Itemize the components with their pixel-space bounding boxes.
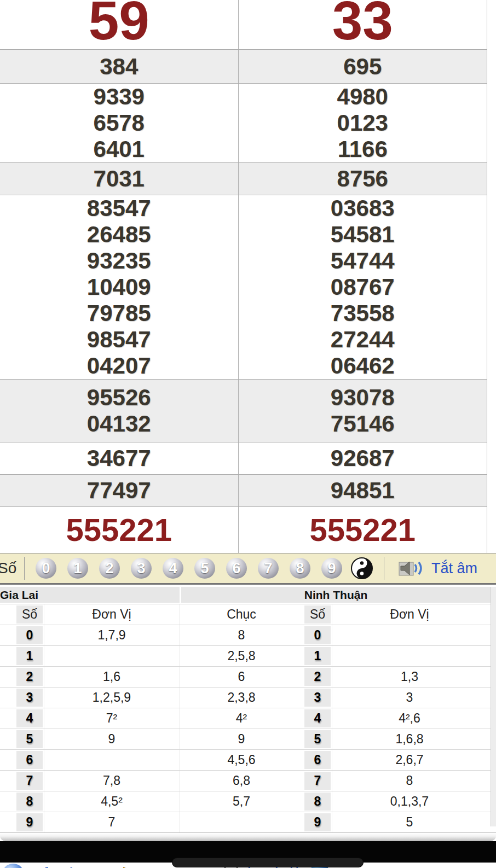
- digit-cell: 1: [16, 647, 43, 665]
- digit-ball-3[interactable]: 3: [131, 558, 152, 579]
- right-column-cell: 695: [238, 50, 487, 83]
- digit-cell: 5: [304, 730, 331, 748]
- right-column-cell: 93078 75146: [238, 380, 487, 442]
- mute-label: Tắt âm: [431, 560, 477, 577]
- prize-number: 92687: [331, 445, 395, 471]
- digit-ball-9[interactable]: 9: [321, 558, 342, 579]
- prize-number: 0123: [337, 110, 388, 136]
- stats-row: 6 4,5,6 6 2,6,7: [0, 749, 496, 770]
- prize-number: 79785: [87, 300, 151, 327]
- link-doi-so-trung[interactable]: Đổi số trúng: [2, 864, 112, 868]
- gl-donvi-cell: 7,8: [44, 771, 179, 791]
- prize-number: 93235: [87, 248, 151, 274]
- right-column-cell: 33: [238, 0, 487, 49]
- home-indicator[interactable]: [172, 858, 363, 867]
- stats-row: 0 1,7,9 8 0: [0, 625, 496, 645]
- mute-sound-button[interactable]: Tắt âm: [399, 559, 477, 578]
- digit-cell: 7: [16, 772, 43, 790]
- col-header-so: Số: [304, 605, 331, 624]
- province-gia-lai: Gia Lai: [0, 587, 180, 603]
- nt-chuc-cell: 4,5,6: [179, 750, 303, 770]
- prize-number: 77497: [87, 477, 151, 504]
- nt-donvi-cell: 8: [332, 771, 487, 791]
- right-column-cell: 94851: [238, 475, 487, 506]
- prize-number: 9339: [94, 84, 145, 110]
- prize-row: 83547 26485 93235 10409 79785 98547 0420…: [0, 195, 487, 379]
- gl-donvi-cell: 1,2,5,9: [44, 688, 179, 708]
- stats-row: 3 1,2,5,9 2,3,8 3 3: [0, 687, 496, 708]
- cut-column: [0, 604, 15, 625]
- right-column-cell: 92687: [238, 442, 487, 474]
- gl-donvi-cell: 7²: [44, 708, 179, 729]
- left-column-cell: 34677: [0, 442, 238, 474]
- globe-sphere-icon: [2, 864, 24, 868]
- scrollbar-track[interactable]: [491, 587, 496, 826]
- prize-row: 7031 8756: [0, 162, 487, 195]
- stats-row: 9 7 9 5: [0, 812, 496, 832]
- left-column-cell: 95526 04132: [0, 380, 238, 442]
- col-header-donvi: Đơn Vị: [332, 604, 487, 625]
- digit-cell: 6: [304, 751, 331, 769]
- content-bottom-edge: [0, 832, 496, 841]
- left-column-cell: 555221: [0, 507, 238, 553]
- left-column-cell: 59: [0, 0, 238, 49]
- digit-ball-7[interactable]: 7: [258, 558, 279, 579]
- digit-ball-row: 0 1 2 3 4 5 6 7 8 9: [36, 558, 342, 579]
- results-board: 59 33 384 695 9339 6578 6401 4980 0123 1…: [0, 0, 487, 553]
- nt-chuc-cell: 6: [179, 667, 303, 687]
- left-column-cell: 77497: [0, 475, 238, 506]
- digit-cell: 3: [304, 689, 331, 707]
- digit-cell: 8: [16, 793, 43, 811]
- prize-number: 695: [343, 54, 382, 80]
- digit-cell: 9: [304, 813, 331, 831]
- prize-row-special: 555221 555221: [0, 506, 487, 553]
- nt-chuc-cell: 2,5,8: [179, 646, 303, 666]
- prize-number: 6578: [94, 110, 145, 136]
- prize-number: 54581: [331, 222, 395, 248]
- cut-column: [0, 708, 15, 729]
- prize-row-heads: 59 33: [0, 0, 487, 49]
- digit-ball-2[interactable]: 2: [99, 558, 120, 579]
- gl-donvi-cell: 7: [44, 812, 179, 832]
- gl-donvi-cell: 9: [44, 729, 179, 749]
- digit-ball-0[interactable]: 0: [36, 558, 56, 579]
- prize-number: 04207: [87, 353, 151, 379]
- prize-number: 4980: [337, 84, 388, 110]
- nt-donvi-cell: 4²,6: [332, 708, 487, 729]
- prize-number: 98547: [87, 327, 151, 353]
- digit-ball-5[interactable]: 5: [194, 558, 215, 579]
- prize-number: 384: [100, 54, 138, 80]
- prize-number: 75146: [331, 411, 395, 437]
- number-check-toolbar: Số 0 1 2 3 4 5 6 7 8 9 Tắt âm: [0, 553, 496, 585]
- cut-column: [0, 729, 15, 749]
- prize-number: 94851: [331, 477, 395, 504]
- digit-cell: 7: [304, 772, 331, 790]
- digit-cell: 9: [16, 813, 43, 831]
- digit-ball-6[interactable]: 6: [226, 558, 247, 579]
- prize-row: 77497 94851: [0, 474, 487, 506]
- yin-yang-icon[interactable]: [351, 557, 373, 579]
- digit-cell: 2: [304, 668, 331, 686]
- prize-row: 34677 92687: [0, 442, 487, 474]
- nt-donvi-cell: 1,6,8: [332, 729, 487, 749]
- digit-ball-8[interactable]: 8: [290, 558, 310, 579]
- nt-donvi-cell: 5: [332, 812, 487, 832]
- province-ninh-thuan: Ninh Thuận: [181, 587, 491, 603]
- cut-column: [0, 625, 15, 645]
- right-column-cell: 555221: [238, 507, 487, 553]
- nt-chuc-cell: 6,8: [179, 771, 303, 791]
- digit-ball-1[interactable]: 1: [67, 558, 88, 579]
- left-column-cell: 9339 6578 6401: [0, 84, 238, 162]
- left-column-cell: 7031: [0, 163, 238, 195]
- prize-number: 04132: [87, 411, 151, 437]
- stats-row: 8 4,5² 5,7 8 0,1,3,7: [0, 791, 496, 812]
- digit-cell: 2: [16, 668, 43, 686]
- nt-donvi-cell: 3: [332, 688, 487, 708]
- cut-column: [0, 667, 15, 687]
- digit-cell: 0: [16, 626, 43, 644]
- prize-number: 6401: [94, 136, 145, 162]
- nt-donvi-cell: [332, 625, 487, 645]
- gl-donvi-cell: 1,6: [44, 667, 179, 687]
- digit-ball-4[interactable]: 4: [163, 558, 183, 579]
- cut-column: [0, 812, 15, 832]
